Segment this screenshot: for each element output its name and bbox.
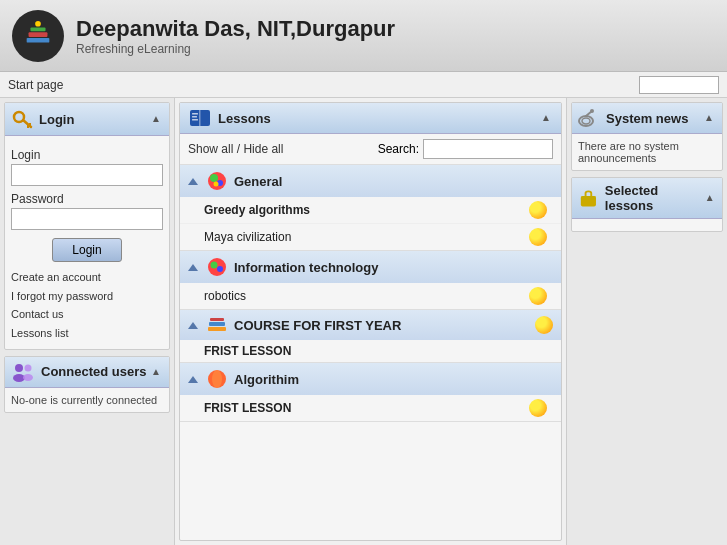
system-news-title: System news xyxy=(606,111,688,126)
lesson-title[interactable]: Greedy algorithms xyxy=(204,203,310,217)
show-all-link[interactable]: Show all xyxy=(188,142,233,156)
create-account-link[interactable]: Create an account xyxy=(11,268,163,287)
svg-point-23 xyxy=(217,266,223,272)
lesson-title[interactable]: robotics xyxy=(204,289,246,303)
users-icon xyxy=(11,362,35,382)
info-tech-lessons: robotics xyxy=(180,283,561,309)
lesson-row: Maya civilization xyxy=(180,224,561,250)
category-course-first-year: COURSE FOR FIRST YEAR FRIST LESSON xyxy=(180,310,561,363)
svg-rect-14 xyxy=(192,113,198,115)
category-info-tech-header[interactable]: Information technology xyxy=(180,251,561,283)
login-button[interactable]: Login xyxy=(52,238,122,262)
selected-lessons-header: Selected lessons ▲ xyxy=(572,178,722,219)
svg-rect-13 xyxy=(199,110,201,126)
lessons-panel-header: Lessons ▲ xyxy=(180,103,561,134)
category-course-first-year-header[interactable]: COURSE FOR FIRST YEAR xyxy=(180,310,561,340)
system-news-collapse[interactable]: ▲ xyxy=(704,112,716,124)
category-info-tech: Information technology robotics xyxy=(180,251,561,310)
lessons-toolbar: Show all / Hide all Search: xyxy=(180,134,561,165)
login-label: Login xyxy=(11,148,163,162)
lesson-star-icon xyxy=(529,399,547,417)
password-label: Password xyxy=(11,192,163,206)
category-info-tech-title: Information technology xyxy=(234,260,553,275)
search-label: Search: xyxy=(378,142,419,156)
login-panel-body: Login Password Login Create an account I… xyxy=(5,136,169,349)
system-news-body: There are no system announcements xyxy=(572,134,722,170)
connected-panel-title: Connected users xyxy=(41,364,146,379)
svg-point-8 xyxy=(15,364,23,372)
left-sidebar: Login ▲ Login Password Login Create an a… xyxy=(0,98,175,545)
lessons-search-input[interactable] xyxy=(423,139,553,159)
start-page-link[interactable]: Start page xyxy=(8,78,63,92)
login-panel-header: Login ▲ xyxy=(5,103,169,136)
system-news-header-left: System news xyxy=(578,108,688,128)
login-panel-collapse[interactable]: ▲ xyxy=(151,113,163,125)
svg-point-22 xyxy=(211,262,218,269)
selected-lessons-title: Selected lessons xyxy=(605,183,705,213)
info-tech-collapse-arrow xyxy=(188,264,198,271)
lesson-title[interactable]: FRIST LESSON xyxy=(204,401,291,415)
contact-us-link[interactable]: Contact us xyxy=(11,305,163,324)
algorithm-collapse-arrow xyxy=(188,376,198,383)
svg-point-10 xyxy=(25,364,32,371)
category-general-title: General xyxy=(234,174,553,189)
center-content: Lessons ▲ Show all / Hide all Search: xyxy=(175,98,567,545)
course-collapse-arrow xyxy=(188,322,198,329)
svg-rect-15 xyxy=(192,116,197,118)
connected-panel-body: No-one is currently connected xyxy=(5,388,169,412)
lessons-show-hide: Show all / Hide all xyxy=(188,142,283,156)
general-icon xyxy=(206,170,228,192)
algorithm-lessons: FRIST LESSON xyxy=(180,395,561,421)
selected-lessons-panel: Selected lessons ▲ xyxy=(571,177,723,232)
category-general-header[interactable]: General xyxy=(180,165,561,197)
navbar: Start page xyxy=(0,72,727,98)
key-icon xyxy=(11,108,33,130)
selected-lessons-header-left: Selected lessons xyxy=(578,183,705,213)
svg-rect-24 xyxy=(208,327,226,331)
login-panel-title: Login xyxy=(39,112,74,127)
lessons-header-left: Lessons xyxy=(188,108,271,128)
lessons-panel-collapse[interactable]: ▲ xyxy=(541,112,553,124)
svg-rect-2 xyxy=(30,27,45,31)
forgot-password-link[interactable]: I forgot my password xyxy=(11,287,163,306)
svg-point-30 xyxy=(582,118,590,124)
lesson-row: Greedy algorithms xyxy=(180,197,561,224)
info-tech-icon xyxy=(206,256,228,278)
lesson-star-icon xyxy=(529,201,547,219)
selected-lessons-body xyxy=(572,219,722,231)
category-algorithm-title: Algorithim xyxy=(234,372,553,387)
login-input[interactable] xyxy=(11,164,163,186)
header-text: Deepanwita Das, NIT,Durgapur Refreshing … xyxy=(76,16,395,56)
lessons-list-link[interactable]: Lessons list xyxy=(11,324,163,343)
hide-all-link[interactable]: Hide all xyxy=(243,142,283,156)
navbar-search-input[interactable] xyxy=(639,76,719,94)
selected-lessons-collapse[interactable]: ▲ xyxy=(705,192,716,204)
category-course-title: COURSE FOR FIRST YEAR xyxy=(234,318,529,333)
lessons-search: Search: xyxy=(378,139,553,159)
svg-rect-1 xyxy=(29,32,48,37)
svg-rect-16 xyxy=(192,119,198,121)
category-algorithm-header[interactable]: Algorithim xyxy=(180,363,561,395)
separator: / xyxy=(233,142,243,156)
system-news-message: There are no system announcements xyxy=(578,140,679,164)
app-title: Deepanwita Das, NIT,Durgapur xyxy=(76,16,395,42)
connected-users-panel: Connected users ▲ No-one is currently co… xyxy=(4,356,170,413)
lesson-row: FRIST LESSON xyxy=(180,340,561,362)
lesson-title[interactable]: FRIST LESSON xyxy=(204,344,291,358)
selected-lessons-icon xyxy=(578,188,599,208)
password-input[interactable] xyxy=(11,208,163,230)
connected-panel-collapse[interactable]: ▲ xyxy=(151,366,163,378)
lessons-panel: Lessons ▲ Show all / Hide all Search: xyxy=(179,102,562,541)
lesson-row: robotics xyxy=(180,283,561,309)
svg-rect-25 xyxy=(209,322,225,326)
system-news-header: System news ▲ xyxy=(572,103,722,134)
book-icon xyxy=(188,108,212,128)
lesson-title[interactable]: Maya civilization xyxy=(204,230,291,244)
course-star-icon xyxy=(535,316,553,334)
svg-point-18 xyxy=(210,174,218,182)
lesson-star-icon xyxy=(529,228,547,246)
category-general: General Greedy algorithms Maya civilizat… xyxy=(180,165,561,251)
connected-message: No-one is currently connected xyxy=(11,394,157,406)
svg-point-11 xyxy=(23,374,33,381)
right-sidebar: System news ▲ There are no system announ… xyxy=(567,98,727,545)
